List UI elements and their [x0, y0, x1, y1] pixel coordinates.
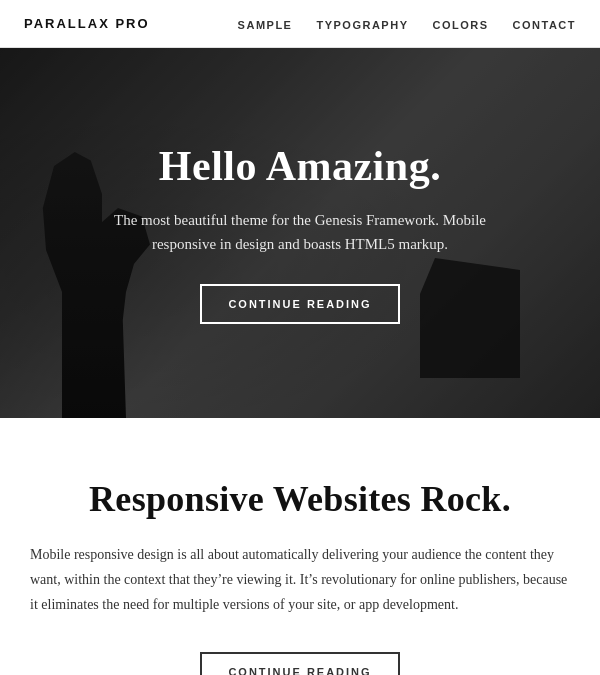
nav-item-contact[interactable]: CONTACT: [513, 15, 576, 33]
hero-subtitle: The most beautiful theme for the Genesis…: [110, 208, 490, 256]
hero-continue-button[interactable]: CONTINUE READING: [200, 284, 399, 324]
nav-item-colors[interactable]: COLORS: [432, 15, 488, 33]
nav-item-sample[interactable]: SAMPLE: [238, 15, 293, 33]
hero-section: Hello Amazing. The most beautiful theme …: [0, 48, 600, 418]
nav-link-colors[interactable]: COLORS: [432, 19, 488, 31]
site-header: PARALLAX PRO SAMPLE TYPOGRAPHY COLORS CO…: [0, 0, 600, 48]
nav-link-contact[interactable]: CONTACT: [513, 19, 576, 31]
hero-title: Hello Amazing.: [110, 142, 490, 190]
nav-item-typography[interactable]: TYPOGRAPHY: [316, 15, 408, 33]
content-continue-button[interactable]: CONTINUE READING: [200, 652, 399, 675]
main-nav: SAMPLE TYPOGRAPHY COLORS CONTACT: [238, 15, 576, 33]
hero-content: Hello Amazing. The most beautiful theme …: [90, 122, 510, 344]
content-cta-wrapper: CONTINUE READING: [30, 652, 570, 675]
nav-list: SAMPLE TYPOGRAPHY COLORS CONTACT: [238, 15, 576, 33]
nav-link-sample[interactable]: SAMPLE: [238, 19, 293, 31]
content-section: Responsive Websites Rock. Mobile respons…: [0, 418, 600, 675]
content-body: Mobile responsive design is all about au…: [30, 542, 570, 618]
content-title: Responsive Websites Rock.: [30, 478, 570, 520]
nav-link-typography[interactable]: TYPOGRAPHY: [316, 19, 408, 31]
site-logo: PARALLAX PRO: [24, 16, 150, 31]
